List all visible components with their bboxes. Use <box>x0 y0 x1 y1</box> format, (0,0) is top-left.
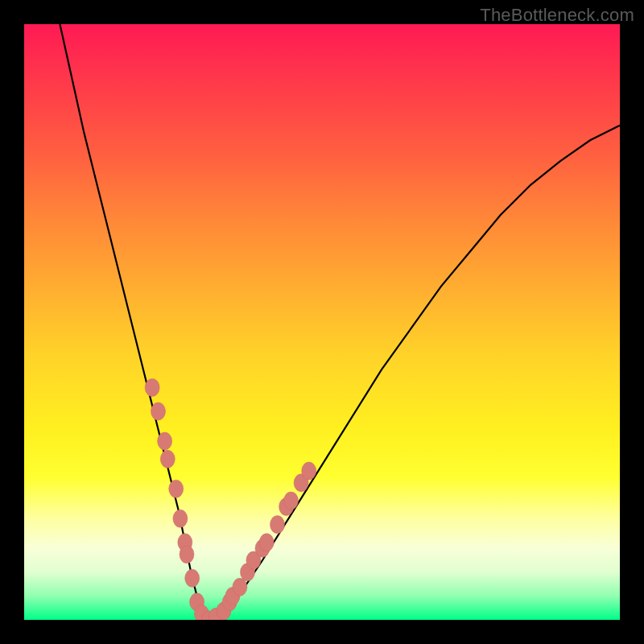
data-bead <box>145 378 159 396</box>
data-bead <box>158 432 172 450</box>
data-bead <box>270 516 285 534</box>
data-bead <box>160 450 175 468</box>
data-bead <box>302 462 316 480</box>
data-bead <box>169 480 184 497</box>
watermark-text: TheBottleneck.com <box>480 5 634 26</box>
data-bead <box>173 510 188 527</box>
data-bead <box>284 492 299 510</box>
data-bead <box>233 578 247 596</box>
plot-area <box>24 24 620 620</box>
data-beads-group <box>145 378 316 620</box>
data-bead <box>151 402 166 420</box>
chart-svg <box>24 24 620 620</box>
data-bead <box>259 534 274 551</box>
data-bead <box>180 546 194 564</box>
bottleneck-curve <box>60 24 620 620</box>
data-bead <box>185 569 200 587</box>
